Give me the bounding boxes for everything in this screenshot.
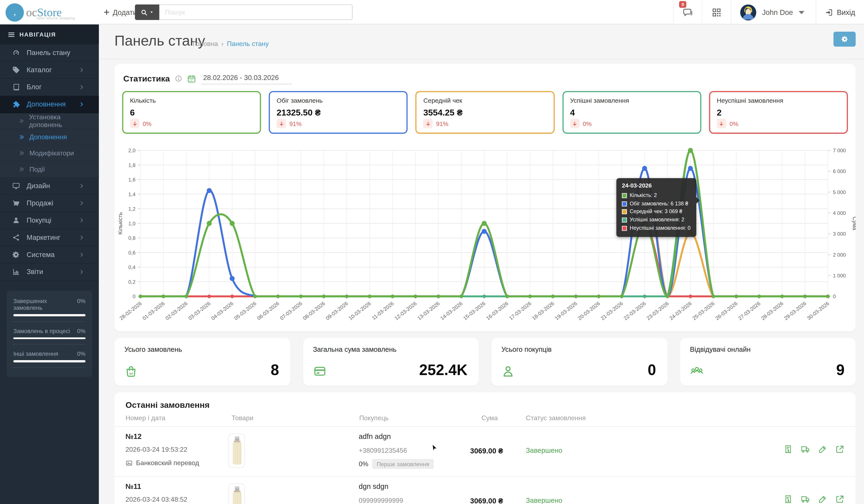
sidebar-item-label: Доповнення	[27, 100, 66, 108]
user-menu[interactable]: John Doe	[731, 0, 816, 24]
shipping-icon[interactable]	[801, 445, 810, 454]
breadcrumb-current[interactable]: Панель стану	[227, 40, 269, 48]
sidebar-subitem-label: Події	[29, 165, 45, 173]
sidebar-item-10[interactable]: Звіти	[0, 263, 99, 281]
arrow-down-icon	[132, 121, 137, 126]
edit-icon[interactable]	[818, 494, 827, 504]
svg-text:1 000: 1 000	[833, 273, 846, 279]
sidebar-subitem-1[interactable]: Установка доповнень	[0, 113, 99, 130]
progress-value: 0%	[77, 297, 85, 311]
summary-card-3: Усього покупців 0	[491, 338, 667, 385]
sidebar-item-4[interactable]: Доповнення	[0, 96, 99, 113]
avatar	[741, 4, 757, 20]
sidebar-item-label: Каталог	[27, 66, 52, 74]
sidebar-item-label: Панель стану	[27, 49, 70, 57]
stat-card-3: Середній чек 3554.25 ₴ 91%	[416, 91, 554, 134]
arrow-down-icon	[719, 121, 724, 126]
sidebar-item-2[interactable]: Каталог	[0, 62, 99, 79]
invoice-icon[interactable]	[783, 494, 793, 504]
svg-text:27-03-2026: 27-03-2026	[737, 300, 761, 321]
logout-button[interactable]: Вихід	[816, 0, 864, 24]
order-total: 3069.00 ₴	[447, 447, 503, 455]
summary-label: Усього замовлень	[124, 346, 280, 354]
order-status: Завершено	[526, 447, 563, 454]
sidebar-subitem-label: Доповнення	[29, 133, 67, 141]
add-button-label: Додати	[112, 8, 137, 16]
progress-bar	[13, 337, 85, 339]
svg-text:13-03-2026: 13-03-2026	[417, 300, 441, 321]
search-button[interactable]	[135, 4, 159, 20]
sidebar-subitem-3[interactable]: Модифікатори	[0, 145, 99, 161]
dashboard-settings-button[interactable]	[833, 32, 856, 47]
order-customer: dgn sdgn	[359, 482, 388, 491]
user-name: John Doe	[762, 8, 793, 16]
sidebar-subitem-2[interactable]: Доповнення	[0, 130, 99, 146]
calendar-icon[interactable]	[187, 74, 196, 83]
stat-card-5: Неуспішні замовлення 2 0%	[709, 91, 848, 134]
edit-icon[interactable]	[818, 445, 827, 454]
order-date: 2026-03-24 19:53:22	[125, 446, 187, 453]
add-button[interactable]: Додати	[104, 0, 137, 24]
messages-button[interactable]: 0	[673, 0, 702, 24]
stat-card-value: 3554.25 ₴	[423, 108, 547, 118]
search-input[interactable]	[159, 4, 352, 20]
progress-label: Інші замовлення	[13, 350, 58, 357]
tooltip-row-text: Кількість: 2	[630, 192, 657, 200]
order-actions	[783, 494, 845, 504]
tooltip-row: Неуспішні замовлення: 0	[622, 224, 691, 232]
statistics-title: Статистика	[123, 74, 170, 83]
order-status: Завершено	[526, 497, 563, 504]
sidebar-item-3[interactable]: Блог	[0, 79, 99, 96]
view-order-icon[interactable]	[835, 494, 845, 504]
svg-text:1,0: 1,0	[128, 221, 135, 226]
order-phone: +380991235456	[359, 447, 407, 454]
tooltip-row-text: Неуспішні замовлення: 0	[630, 224, 691, 232]
svg-text:30-03-2026: 30-03-2026	[806, 300, 830, 321]
card-icon	[313, 365, 326, 378]
progress-value: 0%	[77, 350, 85, 357]
sidebar-item-8[interactable]: Маркетинг	[0, 229, 99, 246]
logout-icon	[825, 8, 833, 16]
ocstore-logo[interactable]: , ocStore open source shopping	[5, 2, 99, 23]
progress-value: 0%	[77, 327, 85, 334]
sidebar-subitem-label: Модифікатори	[29, 149, 74, 157]
svg-text:24-03-2026: 24-03-2026	[668, 300, 693, 321]
stat-card-value: 2	[717, 108, 840, 118]
sidebar-item-5[interactable]: Дизайн	[0, 178, 99, 195]
users-icon	[690, 365, 703, 378]
sidebar-item-1[interactable]: Панель стану	[0, 44, 99, 62]
breadcrumb-home[interactable]: Головна	[193, 40, 218, 48]
order-percent: 0%	[359, 460, 368, 468]
sidebar-item-7[interactable]: Покупці	[0, 212, 99, 229]
view-order-icon[interactable]	[835, 445, 845, 454]
user-o-icon	[501, 365, 515, 378]
svg-text:1,4: 1,4	[128, 192, 135, 197]
sidebar-item-9[interactable]: Система	[0, 246, 99, 263]
sidebar-item-6[interactable]: Продажі	[0, 195, 99, 212]
invoice-icon[interactable]	[783, 445, 793, 454]
gear-icon	[12, 251, 20, 259]
mouse-cursor	[430, 443, 439, 453]
statistics-chart[interactable]: 00,20,40,60,81,01,21,41,61,82,001 0002 0…	[114, 136, 855, 330]
breadcrumb-separator: ›	[221, 40, 224, 48]
sidebar: НАВІГАЦІЯ Панель стану Каталог Блог Допо…	[0, 24, 99, 504]
storefront-button[interactable]	[702, 0, 731, 24]
order-row-2: №11 2026-03-24 03:48:52 Банковский перев…	[114, 476, 855, 504]
latest-orders-panel: Останні замовлення Номер і датаТовариПок…	[114, 392, 855, 504]
svg-text:05-03-2026: 05-03-2026	[233, 300, 257, 321]
summary-card-1: Усього замовлень 8	[114, 338, 290, 385]
stat-card-label: Кількість	[130, 97, 253, 104]
svg-text:0,2: 0,2	[128, 279, 135, 285]
progress-label: Замовлень в процесі	[13, 327, 70, 334]
progress-label: Завершених замовлень	[13, 297, 77, 311]
stat-card-1: Кількість 6 0%	[122, 91, 261, 134]
sidebar-item-label: Блог	[27, 83, 41, 91]
date-range-input[interactable]: 28.02.2026 - 30.03.2026	[201, 73, 292, 84]
tooltip-date: 24-03-2026	[622, 182, 691, 189]
sidebar-item-label: Звіти	[27, 268, 43, 276]
shipping-icon[interactable]	[801, 494, 810, 504]
svg-text:0,6: 0,6	[128, 250, 135, 256]
sidebar-subitem-4[interactable]: Події	[0, 161, 99, 178]
user-icon	[12, 217, 20, 224]
sidebar-nav-header[interactable]: НАВІГАЦІЯ	[0, 24, 99, 44]
